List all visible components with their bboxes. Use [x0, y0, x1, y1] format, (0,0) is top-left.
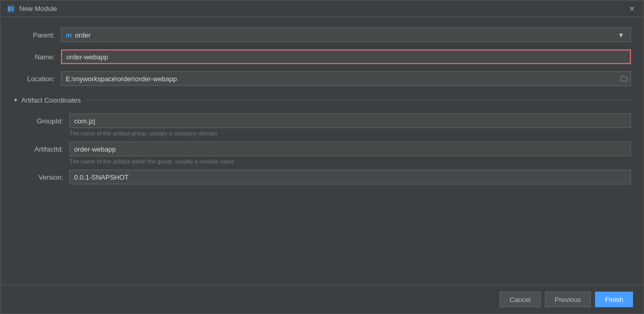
dialog-footer: Cancel Previous Finish: [1, 285, 643, 313]
groupid-input[interactable]: [69, 114, 631, 128]
artifactid-input[interactable]: [69, 142, 631, 156]
title-bar-left: New Module: [7, 5, 57, 13]
parent-row: Parent: m order ▼: [13, 28, 631, 42]
name-label: Name:: [13, 53, 55, 61]
artifact-section-header: ▼ Artifact Coordinates: [13, 96, 631, 104]
version-row: Version:: [21, 170, 631, 184]
browse-folder-icon[interactable]: [619, 74, 629, 83]
maven-icon: m: [66, 31, 72, 39]
previous-button[interactable]: Previous: [545, 292, 591, 307]
location-wrapper: [61, 71, 631, 86]
groupid-hint: The name of the artifact group, usually …: [21, 130, 631, 136]
artifactid-hint: The name of the artifact within the grou…: [21, 158, 631, 165]
version-input[interactable]: [69, 170, 631, 184]
parent-label: Parent:: [13, 31, 55, 39]
section-divider: [84, 100, 631, 101]
name-row: Name:: [13, 49, 631, 64]
dialog-title: New Module: [19, 5, 57, 12]
artifactid-row: ArtifactId:: [21, 142, 631, 156]
svg-rect-2: [11, 7, 14, 11]
artifact-section: GroupId: The name of the artifact group,…: [13, 114, 631, 184]
dialog-content: Parent: m order ▼ Name: Location:: [1, 17, 643, 285]
close-button[interactable]: ×: [627, 4, 637, 14]
new-module-dialog: New Module × Parent: m order ▼ Name: Loc…: [0, 0, 644, 314]
section-toggle-icon[interactable]: ▼: [13, 97, 18, 103]
finish-button[interactable]: Finish: [595, 292, 633, 307]
cancel-button[interactable]: Cancel: [500, 292, 540, 307]
section-title: Artifact Coordinates: [21, 96, 81, 104]
svg-rect-1: [8, 7, 10, 11]
location-row: Location:: [13, 71, 631, 86]
parent-value: order: [75, 31, 91, 39]
title-bar: New Module ×: [1, 1, 643, 17]
version-label: Version:: [21, 173, 63, 181]
dropdown-arrow-icon[interactable]: ▼: [614, 28, 628, 42]
location-input[interactable]: [61, 71, 631, 86]
groupid-label: GroupId:: [21, 117, 63, 125]
name-input[interactable]: [61, 49, 631, 64]
module-icon: [7, 5, 15, 13]
name-input-wrapper: [61, 49, 631, 64]
artifactid-label: ArtifactId:: [21, 145, 63, 153]
parent-dropdown-wrapper[interactable]: m order ▼: [61, 28, 631, 42]
location-label: Location:: [13, 75, 55, 83]
groupid-row: GroupId:: [21, 114, 631, 128]
